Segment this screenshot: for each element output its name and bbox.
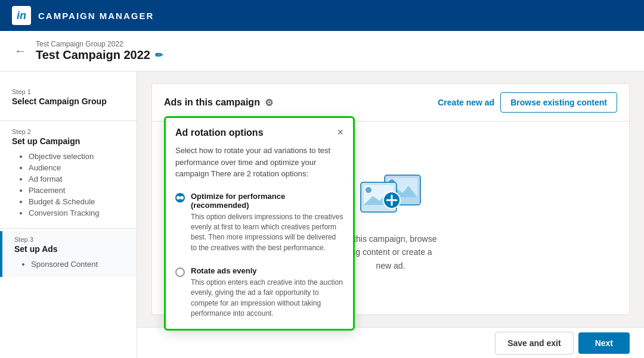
save-exit-button[interactable]: Save and exit xyxy=(495,332,574,354)
ads-panel: Ads in this campaign ⚙ Create new ad Bro… xyxy=(151,83,630,315)
ads-panel-title: Ads in this campaign ⚙ xyxy=(164,97,273,108)
linkedin-in-text: in xyxy=(17,10,26,22)
option-1-description: This option delivers impressions to the … xyxy=(191,212,343,254)
step-3-title: Set up Ads xyxy=(14,244,125,254)
step-2-label: Step 2 xyxy=(12,128,125,135)
list-item: Budget & Schedule xyxy=(29,196,125,207)
step-1-label: Step 1 xyxy=(12,88,125,95)
radio-area-1 xyxy=(175,192,185,254)
sidebar: Step 1 Select Campaign Group Step 2 Set … xyxy=(0,71,137,358)
popup-option-1[interactable]: Optimize for performance (recommended) T… xyxy=(166,187,353,257)
ad-rotation-popup: Ad rotation options × Select how to rota… xyxy=(164,116,355,331)
main-layout: Step 1 Select Campaign Group Step 2 Set … xyxy=(0,71,644,358)
gear-icon[interactable]: ⚙ xyxy=(265,97,273,108)
edit-icon[interactable]: ✏ xyxy=(155,49,163,61)
popup-description: Select how to rotate your ad variations … xyxy=(166,145,353,187)
sidebar-divider-2 xyxy=(0,228,137,229)
list-item: Placement xyxy=(29,185,125,196)
top-navigation: in CAMPAIGN MANAGER xyxy=(0,0,644,31)
sidebar-divider-1 xyxy=(0,120,137,121)
linkedin-logo: in xyxy=(12,6,31,25)
app-title: CAMPAIGN MANAGER xyxy=(38,11,154,21)
option-2-description: This option enters each creative into th… xyxy=(191,278,343,319)
content-area: Ads in this campaign ⚙ Create new ad Bro… xyxy=(137,71,644,358)
next-button[interactable]: Next xyxy=(578,332,630,354)
list-item: Conversion Tracking xyxy=(29,207,125,219)
step-3-items: Sponsored Content xyxy=(14,259,125,270)
option-2-content: Rotate ads evenly This option enters eac… xyxy=(191,266,343,319)
step-2-items: Objective selection Audience Ad format P… xyxy=(12,151,125,219)
list-item: Audience xyxy=(29,162,125,173)
create-new-ad-button[interactable]: Create new ad xyxy=(438,98,494,107)
option-1-content: Optimize for performance (recommended) T… xyxy=(191,192,343,254)
sub-header: ← Test Campaign Group 2022 Test Campaign… xyxy=(0,31,644,71)
browse-existing-content-button[interactable]: Browse existing content xyxy=(500,92,617,113)
campaign-name-row: Test Campaign 2022 ✏ xyxy=(36,48,163,62)
step-1-title: Select Campaign Group xyxy=(12,96,125,106)
radio-empty-icon[interactable] xyxy=(175,267,185,277)
bottom-bar: Save and exit Next xyxy=(137,327,644,358)
list-item: Sponsored Content xyxy=(31,259,125,270)
popup-close-button[interactable]: × xyxy=(337,126,343,139)
panel-actions: Create new ad Browse existing content xyxy=(438,92,617,113)
step-1-group: Step 1 Select Campaign Group xyxy=(0,83,137,118)
list-item: Objective selection xyxy=(29,151,125,162)
campaign-group-name: Test Campaign Group 2022 xyxy=(36,40,163,48)
illustration xyxy=(355,169,426,223)
popup-title: Ad rotation options xyxy=(175,127,264,138)
radio-selected-icon[interactable] xyxy=(175,193,185,203)
list-item: Ad format xyxy=(29,173,125,185)
step-2-group: Step 2 Set up Campaign Objective selecti… xyxy=(0,123,137,226)
popup-header: Ad rotation options × xyxy=(166,118,353,145)
svg-point-6 xyxy=(366,187,371,193)
option-2-title: Rotate ads evenly xyxy=(191,266,343,275)
step-2-title: Set up Campaign xyxy=(12,136,125,146)
ads-panel-title-text: Ads in this campaign xyxy=(164,97,260,108)
campaign-info: Test Campaign Group 2022 Test Campaign 2… xyxy=(36,40,163,62)
radio-area-2 xyxy=(175,266,185,319)
step-3-group: Step 3 Set up Ads Sponsored Content xyxy=(0,231,137,277)
campaign-name-text: Test Campaign 2022 xyxy=(36,48,150,62)
step-3-label: Step 3 xyxy=(14,236,125,243)
panel-body-text: to this campaign, browseing content or c… xyxy=(345,232,437,272)
option-1-title: Optimize for performance (recommended) xyxy=(191,192,343,210)
popup-option-2[interactable]: Rotate ads evenly This option enters eac… xyxy=(166,262,353,329)
back-button[interactable]: ← xyxy=(14,44,26,58)
